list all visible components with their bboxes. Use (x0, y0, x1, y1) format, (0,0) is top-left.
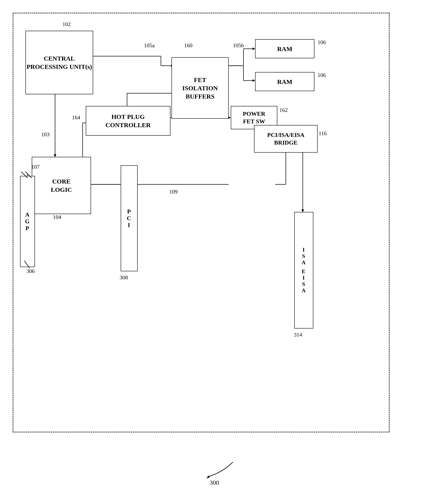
ref-103: 103 (41, 132, 50, 138)
ram1-box: RAM (255, 39, 314, 58)
core-logic-label: CORELOGIC (51, 177, 72, 194)
ref-314: 314 (294, 332, 302, 338)
power-fet-label: POWERFET SW (243, 110, 265, 126)
ram2-label: RAM (277, 78, 292, 86)
ref-308: 308 (120, 275, 128, 281)
hot-plug-label: HOT PLUGCONTROLLER (106, 113, 151, 129)
ref-300: 300 (210, 479, 219, 486)
cpu-box: CENTRAL PROCESSING UNIT(s) (25, 31, 93, 94)
isa-eisa-bus-label: ISA EISA (295, 212, 313, 328)
ref-109: 109 (169, 189, 178, 195)
hot-plug-box: HOT PLUGCONTROLLER (86, 106, 170, 136)
ref-104: 104 (53, 214, 61, 220)
core-logic-box: CORELOGIC (32, 157, 91, 214)
fet-isolation-box: FETISOLATIONBUFFERS (171, 57, 229, 119)
ref-162: 162 (279, 107, 288, 113)
pci-bus-label: PCI (121, 166, 137, 271)
ref-164: 164 (72, 114, 80, 121)
ref-116: 116 (319, 130, 327, 137)
ref-107: 107 (31, 164, 40, 170)
agp-bus-bar: AGP (20, 176, 35, 267)
ram1-label: RAM (277, 45, 292, 53)
pci-bus-bar: PCI (121, 165, 138, 271)
ref-106-2: 106 (317, 72, 326, 78)
agp-bus-label: AGP (21, 176, 35, 267)
ref-160: 160 (184, 42, 193, 49)
cpu-label: CENTRAL PROCESSING UNIT(s) (26, 54, 93, 71)
ref-105b: 105b (233, 42, 244, 49)
pci-isa-bridge-label: PCI/ISA/EISABRIDGE (267, 131, 305, 147)
pci-isa-bridge-box: PCI/ISA/EISABRIDGE (254, 125, 317, 153)
fet-label: FETISOLATIONBUFFERS (182, 76, 218, 101)
page: CENTRAL PROCESSING UNIT(s) FETISOLATIONB… (0, 0, 423, 504)
ref-306: 306 (26, 268, 35, 275)
ref-102: 102 (62, 21, 71, 28)
ram2-box: RAM (255, 72, 314, 91)
isa-eisa-bus-bar: ISA EISA (294, 212, 313, 329)
ref-106-1: 106 (317, 39, 326, 46)
svg-marker-29 (207, 476, 210, 479)
ref-105a: 105a (144, 42, 155, 49)
